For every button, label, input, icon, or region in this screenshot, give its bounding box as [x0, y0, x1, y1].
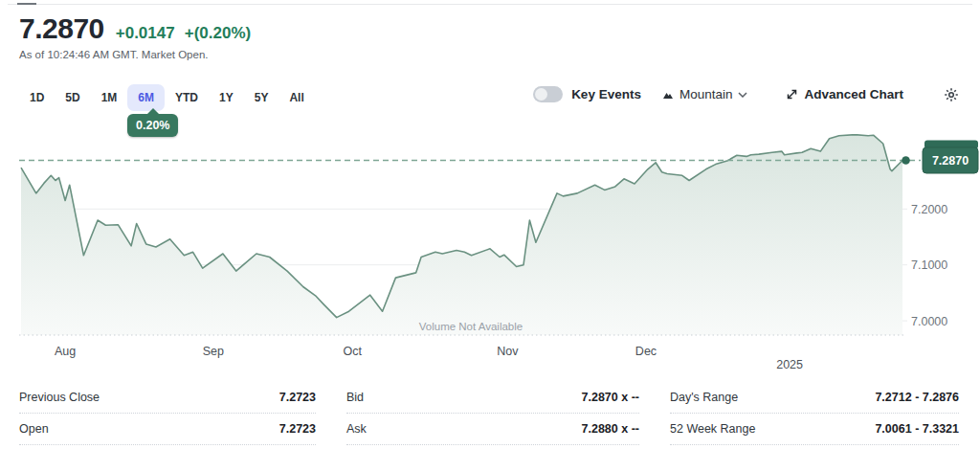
stat-value: 7.2870 x -- — [582, 391, 639, 404]
chevron-down-icon — [738, 92, 747, 98]
range-tab-all[interactable]: All — [289, 84, 303, 111]
range-tab-ytd[interactable]: YTD — [175, 84, 198, 111]
chart-controls: Key Events Mountain Advanced Chart — [533, 86, 959, 102]
quote-header: 7.2870 +0.0147 +(0.20%) As of 10:24:46 A… — [19, 12, 251, 60]
chart-type-dropdown[interactable]: Mountain — [662, 87, 748, 101]
price-chart[interactable]: 7.20007.10007.0000Volume Not AvailableAu… — [0, 134, 980, 373]
key-events-label: Key Events — [571, 87, 641, 101]
x-axis-label-nov: Nov — [497, 345, 519, 358]
top-divider-accent — [17, 3, 36, 5]
stat-value: 7.2712 - 7.2876 — [875, 391, 959, 404]
stat-value: 7.2723 — [279, 422, 316, 436]
range-tab-1d[interactable]: 1D — [30, 84, 44, 111]
stat-bid: Bid7.2870 x -- — [346, 382, 639, 414]
key-events-toggle[interactable] — [533, 86, 563, 102]
range-tab-5y[interactable]: 5Y — [255, 84, 269, 111]
y-axis-label: 7.2000 — [911, 203, 947, 216]
x-axis-label-aug: Aug — [55, 345, 76, 358]
current-price-badge-label: 7.2870 — [932, 154, 969, 168]
mountain-icon — [662, 90, 674, 100]
x-axis-label-2025: 2025 — [776, 358, 803, 371]
toggle-knob — [535, 88, 547, 101]
as-of-timestamp: As of 10:24:46 AM GMT. Market Open. — [19, 49, 251, 60]
range-tab-6m[interactable]: 6M — [127, 84, 165, 111]
advanced-chart-label: Advanced Chart — [804, 87, 903, 101]
current-price-marker — [902, 156, 910, 165]
y-axis-label: 7.1000 — [911, 258, 947, 272]
stat-value: 7.0061 - 7.3321 — [875, 422, 959, 436]
range-tabs: 1D5D1M6MYTD1Y5YAll — [30, 84, 304, 111]
stat-previous-close: Previous Close7.2723 — [19, 382, 316, 414]
stat-day-s-range: Day's Range7.2712 - 7.2876 — [670, 382, 959, 414]
gear-icon — [944, 87, 959, 102]
advanced-chart-button[interactable]: Advanced Chart — [786, 87, 903, 101]
stat-value: 7.2723 — [279, 391, 316, 404]
expand-icon — [786, 88, 798, 101]
price-change-percent: +(0.20%) — [185, 24, 251, 43]
volume-note: Volume Not Available — [419, 321, 523, 332]
price-change: +0.0147 — [116, 24, 175, 43]
quote-chart-panel: 7.2870 +0.0147 +(0.20%) As of 10:24:46 A… — [0, 0, 980, 449]
current-price: 7.2870 — [19, 12, 104, 45]
stat-label: 52 Week Range — [670, 422, 755, 436]
settings-button[interactable] — [944, 87, 959, 102]
stat-open: Open7.2723 — [19, 414, 316, 445]
stat-label: Ask — [346, 422, 367, 436]
chart-type-label: Mountain — [679, 87, 733, 101]
range-tab-1m[interactable]: 1M — [101, 84, 118, 111]
chart-toolbar: 1D5D1M6MYTD1Y5YAll Key Events Mountain — [0, 84, 980, 111]
top-divider — [8, 4, 972, 5]
stat-label: Day's Range — [670, 391, 738, 404]
stat-label: Previous Close — [19, 391, 100, 404]
chart-area-fill — [21, 135, 902, 335]
x-axis-label-dec: Dec — [635, 345, 657, 358]
stat-label: Open — [19, 422, 49, 436]
x-axis-label-sep: Sep — [203, 345, 224, 358]
y-axis-label: 7.0000 — [911, 315, 947, 328]
stat-value: 7.2880 x -- — [582, 422, 639, 436]
stat-label: Bid — [346, 391, 364, 404]
x-axis-label-oct: Oct — [344, 345, 363, 358]
range-tab-1y[interactable]: 1Y — [219, 84, 234, 111]
quote-stats-table: Previous Close7.2723Bid7.2870 x --Day's … — [0, 382, 980, 445]
stat-ask: Ask7.2880 x -- — [346, 414, 639, 445]
stat-52-week-range: 52 Week Range7.0061 - 7.3321 — [670, 414, 959, 445]
range-tab-5d[interactable]: 5D — [65, 84, 79, 111]
